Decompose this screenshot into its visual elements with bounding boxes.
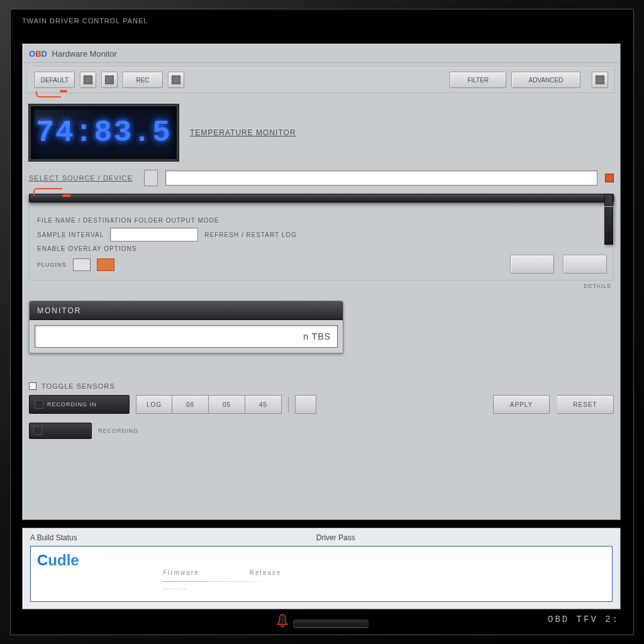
segment-btn-3[interactable]: 05 <box>209 395 245 414</box>
toggle-checkbox[interactable] <box>29 382 36 390</box>
separator <box>288 397 289 412</box>
plugin-chip-active[interactable] <box>97 258 114 271</box>
square-icon <box>105 75 114 84</box>
toolbar-filter-button[interactable]: FILTER <box>450 72 506 88</box>
status-corner: OBD TFV 2: <box>548 614 619 625</box>
alert-indicator-icon <box>275 613 289 628</box>
recording-label: RECORDING IN <box>47 401 97 408</box>
dock-tray[interactable] <box>293 619 369 628</box>
toolbar-icon-1[interactable] <box>80 72 96 88</box>
overlay-label: ENABLE OVERLAY OPTIONS <box>37 245 606 252</box>
interval-label: SAMPLE INTERVAL <box>37 231 104 238</box>
options-group: FILE NAME / DESTINATION FOLDER OUTPUT MO… <box>29 206 614 280</box>
restart-label: REFRESH / RESTART LOG <box>204 231 297 238</box>
apply-button[interactable]: APPLY <box>493 395 550 414</box>
recording-indicator: RECORDING IN <box>29 395 130 414</box>
options-side-button-1[interactable] <box>510 255 554 274</box>
svg-point-0 <box>281 625 284 627</box>
section-separator-bar <box>29 194 614 203</box>
segment-btn-1[interactable]: LOG <box>136 395 172 414</box>
interval-input[interactable] <box>110 228 198 242</box>
brand-letter-2: B <box>35 49 41 58</box>
segment-small-button[interactable] <box>295 395 316 414</box>
firmware-value: ········ <box>163 586 187 592</box>
lcd-display: 74:83.5 <box>29 104 179 161</box>
product-brand: Cudle <box>37 552 79 569</box>
cable-connector-icon <box>36 91 61 97</box>
main-panel: OBD Hardware Monitor DEFAULT REC FILTER … <box>22 43 621 520</box>
toolbar-icon-2[interactable] <box>101 72 118 88</box>
window-title: TWAIN DRIVER CONTROL PANEL <box>11 9 633 35</box>
record-icon <box>33 426 42 435</box>
panel-title: OBD Hardware Monitor <box>23 44 620 63</box>
square-icon <box>172 75 180 84</box>
details-label: DETAILS <box>29 283 611 289</box>
plugins-label: PLUGINS <box>37 262 67 268</box>
info-box: Cudle Firmware Release ········ <box>30 546 613 602</box>
device-icon <box>144 170 158 186</box>
panel-subtitle: Hardware Monitor <box>52 49 117 58</box>
monitor-module: MONITOR n TBS <box>29 301 343 353</box>
info-panel: A Build Status Driver Pass Cudle Firmwar… <box>22 528 621 609</box>
record-icon <box>35 400 43 409</box>
toolbar: DEFAULT REC FILTER ADVANCED <box>28 67 615 93</box>
toolbar-icon-3[interactable] <box>168 72 184 88</box>
recording-mini-indicator <box>29 423 92 439</box>
source-path-input[interactable] <box>165 170 597 186</box>
info-left-heading: A Build Status <box>30 533 77 542</box>
info-right-heading: Driver Pass <box>316 533 355 542</box>
reset-button[interactable]: RESET <box>557 395 614 414</box>
lcd-label: TEMPERATURE MONITOR <box>190 128 296 137</box>
toolbar-rec-button[interactable]: REC <box>123 72 163 88</box>
bottom-dock <box>275 613 369 628</box>
segment-btn-4[interactable]: 45 <box>245 395 282 414</box>
monitor-input-value: n TBS <box>303 331 331 341</box>
toolbar-advanced-button[interactable]: ADVANCED <box>511 72 580 88</box>
release-label: Release <box>250 569 282 576</box>
source-label: SELECT SOURCE / DEVICE <box>29 174 133 182</box>
divider <box>163 581 276 582</box>
toggle-label: TOGGLE SENSORS <box>42 382 115 390</box>
brand-letter-1: O <box>29 49 35 58</box>
recording-mini-label: RECORDING <box>98 428 138 434</box>
monitor-module-title: MONITOR <box>30 301 343 320</box>
options-side-button-2[interactable] <box>563 255 607 274</box>
monitor-input[interactable]: n TBS <box>35 325 338 348</box>
toolbar-default-button[interactable]: DEFAULT <box>35 72 75 88</box>
brand-letter-3: D <box>42 49 47 58</box>
browse-icon[interactable] <box>605 174 614 182</box>
segment-group: LOG 08 05 45 <box>136 395 282 414</box>
plugin-chip-1[interactable] <box>73 258 91 271</box>
square-icon <box>84 75 92 84</box>
options-row-1: FILE NAME / DESTINATION FOLDER OUTPUT MO… <box>37 217 606 224</box>
gear-icon <box>596 75 604 84</box>
cable-connector-icon <box>33 188 62 196</box>
toolbar-settings-icon[interactable] <box>592 72 608 88</box>
firmware-label: Firmware <box>163 569 199 576</box>
segment-btn-2[interactable]: 08 <box>172 395 209 414</box>
